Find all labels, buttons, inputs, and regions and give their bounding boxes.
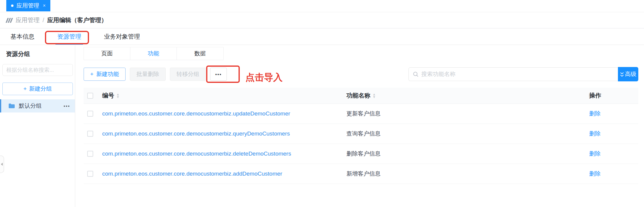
more-actions-button[interactable]: ••• <box>210 68 227 81</box>
group-search-input[interactable] <box>2 64 73 76</box>
annotation-click-import: 点击导入 <box>245 71 283 84</box>
row-checkbox[interactable] <box>87 171 93 177</box>
content-area: 资源分组 + 新建分组 默认分组 ••• 页面 功能 <box>0 45 644 207</box>
function-search-input[interactable] <box>421 71 614 77</box>
delete-link[interactable]: 删除 <box>589 110 601 117</box>
tab-business-object-management[interactable]: 业务对象管理 <box>104 28 140 45</box>
advanced-label: 高级 <box>625 70 637 78</box>
app-management-page: 应用管理 × 应用管理 / 应用编辑（客户管理） 基本信息 资源管理 业务对象管… <box>0 0 644 207</box>
main-panel: 页面 功能 数据 + 新建功能 批量删除 转移分组 ••• 点击导入 <box>75 45 644 207</box>
search-icon <box>413 71 419 77</box>
plus-icon: + <box>23 86 27 92</box>
delete-link[interactable]: 删除 <box>589 130 601 137</box>
resource-group-sidebar: 资源分组 + 新建分组 默认分组 ••• <box>0 45 75 207</box>
function-toolbar: + 新建功能 批量删除 转移分组 ••• 点击导入 <box>84 65 644 84</box>
function-name: 查询客户信息 <box>346 130 589 138</box>
new-group-label: 新建分组 <box>29 85 52 93</box>
table-header-row: 编号 ▲▼ 功能名称 ▲▼ <box>84 88 638 104</box>
window-tab-bar: 应用管理 × <box>0 0 644 12</box>
breadcrumb-separator: / <box>43 17 44 24</box>
main-tab-bar: 基本信息 资源管理 业务对象管理 <box>0 28 644 45</box>
column-header-code: 编号 <box>102 92 114 100</box>
column-header-name: 功能名称 <box>346 92 370 100</box>
active-dot-icon <box>11 4 13 7</box>
functions-table: 编号 ▲▼ 功能名称 ▲▼ <box>84 88 638 184</box>
more-button-wrap: ••• <box>210 68 227 81</box>
column-header-action: 操作 <box>589 92 638 100</box>
slashes-icon <box>7 18 12 23</box>
row-checkbox[interactable] <box>87 131 93 137</box>
transfer-group-button: 转移分组 <box>170 68 206 81</box>
function-name: 更新客户信息 <box>346 110 589 118</box>
window-tab-label: 应用管理 <box>16 2 39 10</box>
new-function-button[interactable]: + 新建功能 <box>84 68 126 81</box>
tab-resource-management[interactable]: 资源管理 <box>57 28 81 45</box>
plus-icon: + <box>90 71 93 77</box>
tab-basic-info[interactable]: 基本信息 <box>10 28 34 45</box>
sidebar-collapse-handle[interactable] <box>0 156 4 173</box>
function-code-link[interactable]: com.primeton.eos.customer.core.democusto… <box>102 150 291 157</box>
resource-type-tabs: 页面 功能 数据 <box>84 47 224 60</box>
batch-delete-button: 批量删除 <box>130 68 166 81</box>
double-chevron-down-icon <box>620 72 624 77</box>
function-code-link[interactable]: com.primeton.eos.customer.core.democusto… <box>102 110 290 117</box>
sort-icon[interactable]: ▲▼ <box>372 93 376 98</box>
table-row: com.primeton.eos.customer.core.democusto… <box>84 144 638 164</box>
delete-link[interactable]: 删除 <box>589 171 601 177</box>
table-row: com.primeton.eos.customer.core.democusto… <box>84 104 638 124</box>
breadcrumb-app-management[interactable]: 应用管理 <box>16 16 40 24</box>
tab-functions[interactable]: 功能 <box>130 47 177 60</box>
window-tab-app-management[interactable]: 应用管理 × <box>6 0 50 11</box>
sidebar-item-default-group[interactable]: 默认分组 ••• <box>0 99 75 112</box>
select-all-checkbox[interactable] <box>87 93 93 99</box>
close-icon[interactable]: × <box>43 3 46 8</box>
tab-pages[interactable]: 页面 <box>84 47 130 60</box>
table-row: com.primeton.eos.customer.core.democusto… <box>84 164 638 184</box>
sort-icon[interactable]: ▲▼ <box>116 93 120 98</box>
row-checkbox[interactable] <box>87 111 93 117</box>
table-row: com.primeton.eos.customer.core.democusto… <box>84 124 638 144</box>
group-name: 默认分组 <box>19 102 64 110</box>
row-checkbox[interactable] <box>87 151 93 157</box>
group-more-icon[interactable]: ••• <box>64 104 70 109</box>
tab-data[interactable]: 数据 <box>177 47 223 60</box>
function-search-box <box>408 67 618 81</box>
advanced-search-button[interactable]: 高级 <box>618 67 638 81</box>
breadcrumb: 应用管理 / 应用编辑（客户管理） <box>0 12 644 28</box>
function-name: 删除客户信息 <box>346 150 589 158</box>
folder-icon <box>8 103 15 109</box>
function-code-link[interactable]: com.primeton.eos.customer.core.democusto… <box>102 171 282 177</box>
breadcrumb-current: 应用编辑（客户管理） <box>47 16 107 24</box>
sidebar-title: 资源分组 <box>0 45 75 59</box>
new-function-label: 新建功能 <box>96 70 119 78</box>
new-group-button[interactable]: + 新建分组 <box>2 83 73 95</box>
function-name: 新增客户信息 <box>346 170 589 178</box>
collapse-left-icon <box>1 163 3 166</box>
function-code-link[interactable]: com.primeton.eos.customer.core.democusto… <box>102 130 290 137</box>
delete-link[interactable]: 删除 <box>589 150 601 157</box>
